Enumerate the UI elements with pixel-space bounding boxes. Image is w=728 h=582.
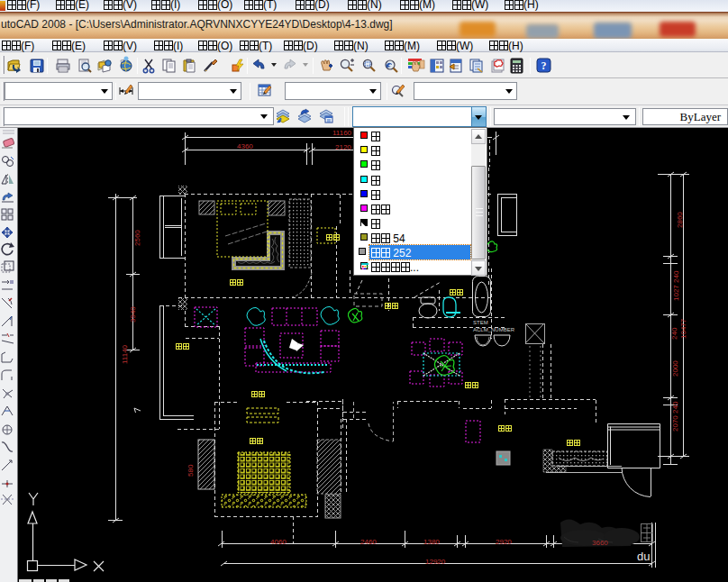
svg-text:12920: 12920 [425,558,446,566]
svg-text:1380: 1380 [423,538,440,546]
svg-text:2460: 2460 [360,538,377,546]
svg-text:STEM: STEM [473,320,488,325]
svg-text:ACLM_NUMBER: ACLM_NUMBER [473,327,515,332]
svg-text:3660: 3660 [592,539,608,547]
svg-text:2560: 2560 [133,230,141,246]
svg-text:2120: 2120 [335,143,351,151]
svg-text:11160: 11160 [332,129,352,137]
svg-text:2000: 2000 [671,360,679,377]
svg-text:?: ? [541,59,547,72]
svg-text:2860: 2860 [676,212,684,228]
svg-text:3940: 3940 [129,306,137,323]
svg-text:4060: 4060 [270,538,287,546]
svg-text:580: 580 [187,464,195,477]
svg-text:11140: 11140 [121,344,129,364]
svg-text:240: 240 [670,327,678,340]
svg-text:du: du [637,550,650,563]
svg-text:1027 240: 1027 240 [672,270,680,301]
svg-text:10477: 10477 [679,318,687,339]
svg-text:2920: 2920 [496,538,512,546]
svg-text:2070 240: 2070 240 [671,401,679,432]
svg-text:4360: 4360 [237,142,253,150]
